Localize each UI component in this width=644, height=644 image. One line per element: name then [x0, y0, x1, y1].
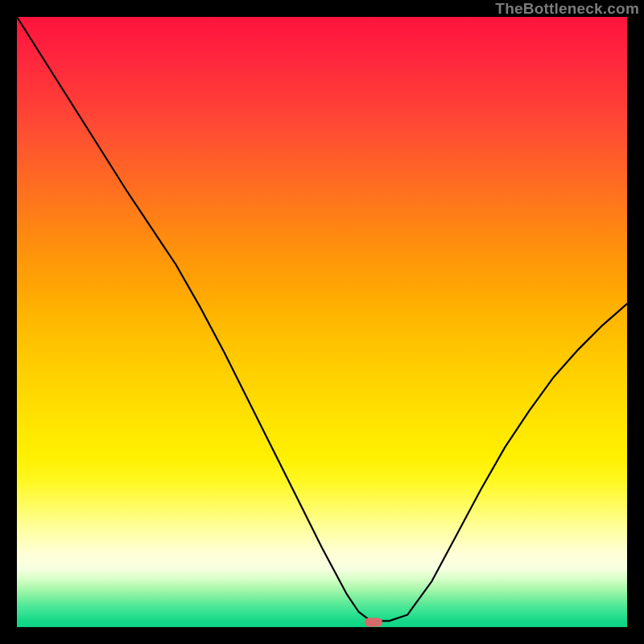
chart-frame: TheBottleneck.com: [0, 0, 644, 644]
plot-area: [17, 17, 627, 627]
watermark-text: TheBottleneck.com: [495, 0, 639, 18]
optimal-marker: [365, 617, 382, 626]
bottleneck-curve: [17, 17, 627, 627]
